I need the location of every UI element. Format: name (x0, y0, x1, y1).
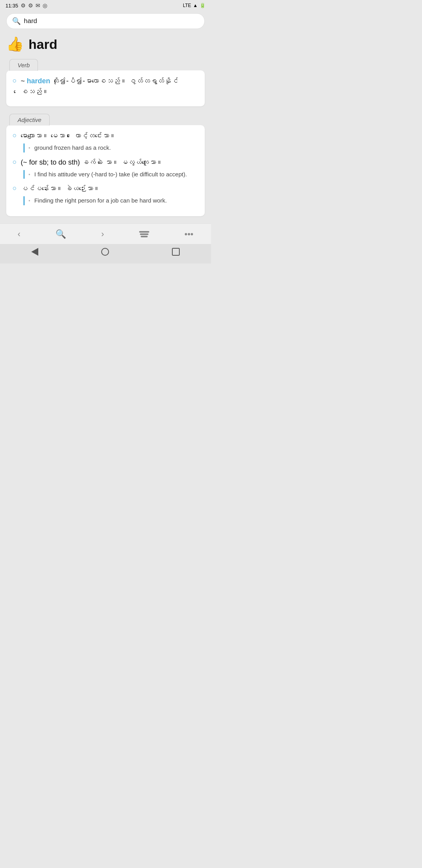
battery-icon: 🔋 (200, 3, 206, 8)
example-bullet-a1: • (29, 145, 30, 151)
settings-icon-2: ⚙ (28, 2, 33, 9)
time-label: 11:35 (5, 3, 18, 9)
adjective-section-card: ○ မာကျောသော။ မသော။ တောင့်တင်းသော။ • grou… (6, 125, 205, 216)
nav-search-button[interactable]: 🔍 (50, 228, 72, 241)
example-block-a1: • ground frozen hard as a rock. (23, 143, 198, 152)
word-header: 👍 hard (0, 33, 211, 59)
def-text-a1: မာကျောသော။ မသော။ တောင့်တင်းသော။ (21, 131, 116, 141)
settings-icon-1: ⚙ (21, 2, 26, 9)
bullet-circle-a3: ○ (13, 184, 17, 192)
search-bar-container: 🔍 (0, 10, 211, 33)
word-title: hard (29, 37, 57, 52)
nav-layers-button[interactable] (134, 230, 155, 239)
def-text-a3: ပင်ပန်းသော။ ခဲယဉ်းသော။ (21, 183, 100, 194)
adjective-section: Adjective ○ မာကျောသော။ မသော။ တောင့်တင်းသ… (6, 113, 205, 216)
mail-icon: ✉ (36, 2, 40, 9)
bottom-nav: ‹ 🔍 › ••• (0, 223, 211, 244)
bullet-circle-v1: ○ (13, 77, 17, 85)
nav-more-button[interactable]: ••• (179, 228, 199, 241)
home-circle-icon (101, 248, 109, 256)
definition-item-a3: ○ ပင်ပန်းသော။ ခဲယဉ်းသော။ (13, 183, 198, 194)
harden-link[interactable]: harden (27, 77, 50, 85)
signal-icon: ▲ (193, 3, 198, 8)
verb-section-card: ○ ~ harden တိုး၍-ပိ၍-မာလာစေသည်။ ဇွတ်တရွတ… (6, 70, 205, 106)
example-bullet-a3: • (29, 198, 30, 204)
definition-item-v1: ○ ~ harden တိုး၍-ပိ၍-မာလာစေသည်။ ဇွတ်တရွတ… (13, 76, 198, 97)
definition-item-a2: ○ (~ for sb; to do sth) ခက်ခဲ သော။ မလွယ်… (13, 157, 198, 168)
thumbs-up-icon: 👍 (6, 36, 24, 52)
status-bar: 11:35 ⚙ ⚙ ✉ ◎ LTE ▲ 🔋 (0, 0, 211, 10)
example-text-a2: I find his attitude very (-hard to-) tak… (34, 171, 187, 178)
definition-item-a1: ○ မာကျောသော။ မသော။ တောင့်တင်းသော။ (13, 131, 198, 141)
definition-group-a2: ○ (~ for sb; to do sth) ခက်ခဲ သော။ မလွယ်… (13, 157, 198, 179)
nav-forward-button[interactable]: › (96, 228, 109, 241)
bullet-circle-a1: ○ (13, 131, 17, 140)
system-home-button[interactable] (101, 248, 109, 258)
nav-back-button[interactable]: ‹ (12, 228, 26, 241)
system-back-button[interactable] (31, 248, 38, 258)
search-bar[interactable]: 🔍 (6, 13, 205, 29)
pos-tab-verb: Verb (9, 59, 38, 71)
example-bullet-a2: • (29, 172, 30, 178)
def-text-a2: (~ for sb; to do sth) ခက်ခဲ သော။ မလွယ်ကူ… (21, 157, 163, 168)
verb-section: Verb ○ ~ harden တိုး၍-ပိ၍-မာလာစေသည်။ ဇွတ… (6, 59, 205, 106)
system-recent-button[interactable] (172, 248, 180, 258)
lte-label: LTE (183, 3, 191, 8)
pos-tab-adjective: Adjective (9, 114, 50, 126)
recent-square-icon (172, 248, 180, 256)
definition-group-a3: ○ ပင်ပန်းသော။ ခဲယဉ်းသော။ • Finding the r… (13, 183, 198, 205)
status-right: LTE ▲ 🔋 (183, 3, 206, 8)
def-text-v1: ~ harden တိုး၍-ပိ၍-မာလာစေသည်။ ဇွတ်တရွတ်န… (21, 76, 198, 97)
search-icon: 🔍 (12, 17, 21, 25)
bullet-circle-a2: ○ (13, 158, 17, 166)
back-triangle-icon (31, 248, 38, 256)
layers-icon (139, 231, 149, 237)
example-block-a2: • I find his attitude very (-hard to-) t… (23, 170, 198, 179)
example-text-a1: ground frozen hard as a rock. (34, 144, 111, 151)
search-input[interactable] (24, 17, 199, 25)
system-nav (0, 244, 211, 264)
example-text-a3: Finding the right person for a job can b… (34, 197, 167, 204)
definition-group-a1: ○ မာကျောသော။ မသော။ တောင့်တင်းသော။ • grou… (13, 131, 198, 152)
example-block-a3: • Finding the right person for a job can… (23, 196, 198, 205)
status-left: 11:35 ⚙ ⚙ ✉ ◎ (5, 2, 47, 9)
vpn-icon: ◎ (43, 2, 47, 9)
definition-group-v1: ○ ~ harden တိုး၍-ပိ၍-မာလာစေသည်။ ဇွတ်တရွတ… (13, 76, 198, 97)
